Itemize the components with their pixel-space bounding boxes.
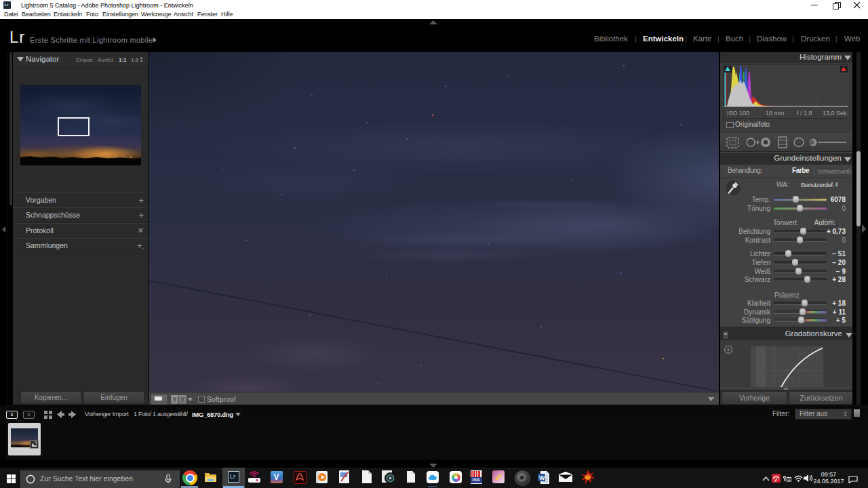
svg-text:W: W — [539, 474, 545, 481]
svg-text:64: 64 — [585, 476, 590, 480]
